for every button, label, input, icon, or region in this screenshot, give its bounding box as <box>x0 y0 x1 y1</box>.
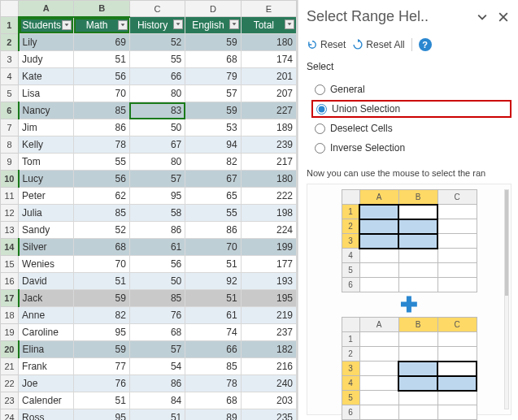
value-cell[interactable]: 92 <box>185 273 241 290</box>
row-header[interactable]: 23 <box>1 392 19 409</box>
value-cell[interactable]: 50 <box>129 119 185 136</box>
value-cell[interactable]: 66 <box>185 341 241 358</box>
row-header[interactable]: 16 <box>1 273 19 290</box>
value-cell[interactable]: 51 <box>185 256 241 273</box>
value-cell[interactable]: 86 <box>74 119 129 136</box>
value-cell[interactable]: 76 <box>129 307 185 324</box>
header-cell[interactable]: English <box>185 17 241 34</box>
col-header-A[interactable]: A <box>19 1 74 17</box>
value-cell[interactable]: 239 <box>241 136 296 154</box>
table-row[interactable]: 24Ross955189235 <box>1 409 297 421</box>
value-cell[interactable]: 57 <box>185 85 241 102</box>
name-cell[interactable]: David <box>19 273 74 290</box>
value-cell[interactable]: 55 <box>129 51 185 68</box>
preview-scrollbar[interactable] <box>504 189 509 409</box>
value-cell[interactable]: 51 <box>129 409 185 421</box>
name-cell[interactable]: Tom <box>19 154 74 171</box>
table-row[interactable]: 21Frank775485216 <box>1 358 297 375</box>
table-row[interactable]: 13Sandy528686224 <box>1 222 297 239</box>
value-cell[interactable]: 235 <box>241 409 296 421</box>
value-cell[interactable]: 80 <box>129 85 185 102</box>
value-cell[interactable]: 76 <box>74 375 129 392</box>
filter-icon[interactable] <box>118 20 128 30</box>
value-cell[interactable]: 55 <box>74 154 129 171</box>
radio-general[interactable]: General <box>311 80 511 98</box>
value-cell[interactable]: 195 <box>241 290 296 307</box>
value-cell[interactable]: 86 <box>185 222 241 239</box>
value-cell[interactable]: 193 <box>241 273 296 290</box>
value-cell[interactable]: 86 <box>129 375 185 392</box>
value-cell[interactable]: 67 <box>129 136 185 154</box>
value-cell[interactable]: 61 <box>129 239 185 256</box>
col-header-E[interactable]: E <box>241 1 296 17</box>
table-row[interactable]: 14Silver686170199 <box>1 239 297 256</box>
value-cell[interactable]: 68 <box>129 324 185 341</box>
spreadsheet[interactable]: A B C D E 1StudentsMathHistoryEnglishTot… <box>0 0 298 420</box>
row-header[interactable]: 21 <box>1 358 19 375</box>
row-header[interactable]: 22 <box>1 375 19 392</box>
value-cell[interactable]: 227 <box>241 102 296 119</box>
header-cell[interactable]: History <box>129 17 185 34</box>
filter-icon[interactable] <box>62 20 72 30</box>
name-cell[interactable]: Joe <box>19 375 74 392</box>
value-cell[interactable]: 61 <box>185 307 241 324</box>
filter-icon[interactable] <box>173 19 183 29</box>
value-cell[interactable]: 180 <box>241 34 296 51</box>
radio-deselect[interactable]: Deselect Cells <box>311 119 511 137</box>
row-header[interactable]: 13 <box>1 222 19 239</box>
value-cell[interactable]: 182 <box>241 341 296 358</box>
header-cell[interactable]: Total <box>241 17 296 34</box>
row-header[interactable]: 2 <box>1 34 19 51</box>
row-header[interactable]: 7 <box>1 119 19 136</box>
value-cell[interactable]: 85 <box>185 358 241 375</box>
name-cell[interactable]: Jack <box>19 290 74 307</box>
value-cell[interactable]: 52 <box>74 222 129 239</box>
pane-menu-button[interactable] <box>474 9 490 25</box>
name-cell[interactable]: Lisa <box>19 85 74 102</box>
value-cell[interactable]: 68 <box>185 392 241 409</box>
name-cell[interactable]: Peter <box>19 188 74 205</box>
name-cell[interactable]: Judy <box>19 51 74 68</box>
select-all-corner[interactable] <box>1 1 19 17</box>
table-row[interactable]: 12Julia855855198 <box>1 205 297 222</box>
value-cell[interactable]: 69 <box>74 34 129 51</box>
row-header[interactable]: 5 <box>1 85 19 102</box>
value-cell[interactable]: 180 <box>241 171 296 188</box>
value-cell[interactable]: 84 <box>129 392 185 409</box>
name-cell[interactable]: Jim <box>19 119 74 136</box>
table-row[interactable]: 20Elina595766182 <box>1 341 297 358</box>
row-header[interactable]: 4 <box>1 68 19 85</box>
value-cell[interactable]: 174 <box>241 51 296 68</box>
table-row[interactable]: 4Kate566679201 <box>1 68 297 85</box>
value-cell[interactable]: 52 <box>129 34 185 51</box>
table-row[interactable]: 6Nancy858359227 <box>1 102 297 119</box>
table-row[interactable]: 18Anne827661219 <box>1 307 297 324</box>
name-cell[interactable]: Elina <box>19 341 74 358</box>
value-cell[interactable]: 79 <box>185 68 241 85</box>
value-cell[interactable]: 222 <box>241 188 296 205</box>
radio-union[interactable]: Union Selection <box>311 100 511 118</box>
value-cell[interactable]: 51 <box>74 273 129 290</box>
value-cell[interactable]: 68 <box>185 51 241 68</box>
row-header[interactable]: 18 <box>1 307 19 324</box>
value-cell[interactable]: 66 <box>129 68 185 85</box>
value-cell[interactable]: 77 <box>74 358 129 375</box>
name-cell[interactable]: Sandy <box>19 222 74 239</box>
row-header[interactable]: 9 <box>1 154 19 171</box>
filter-icon[interactable] <box>229 19 239 29</box>
value-cell[interactable]: 86 <box>129 222 185 239</box>
radio-inverse-input[interactable] <box>315 143 325 154</box>
name-cell[interactable]: Caroline <box>19 324 74 341</box>
value-cell[interactable]: 85 <box>129 290 185 307</box>
table-row[interactable]: 9Tom558082217 <box>1 154 297 171</box>
radio-general-input[interactable] <box>315 84 325 95</box>
value-cell[interactable]: 85 <box>74 205 129 222</box>
value-cell[interactable]: 53 <box>185 119 241 136</box>
row-header[interactable]: 11 <box>1 188 19 205</box>
value-cell[interactable]: 189 <box>241 119 296 136</box>
row-header[interactable]: 3 <box>1 51 19 68</box>
row-header[interactable]: 14 <box>1 239 19 256</box>
table-row[interactable]: 15Wenies705651177 <box>1 256 297 273</box>
name-cell[interactable]: Nancy <box>19 102 74 119</box>
row-header[interactable]: 17 <box>1 290 19 307</box>
